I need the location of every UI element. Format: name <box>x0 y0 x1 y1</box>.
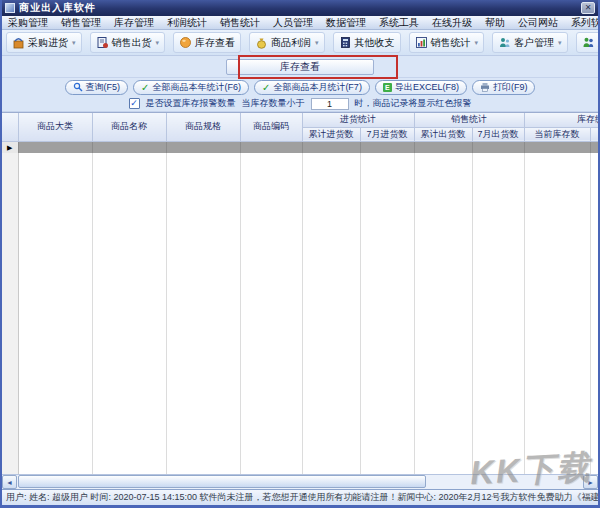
scrollbar-thumb[interactable] <box>18 475 426 488</box>
menu-help[interactable]: 帮助 <box>485 16 505 30</box>
col-header-total-purchased[interactable]: 累计进货数 <box>302 127 360 141</box>
excel-icon: E <box>383 83 392 92</box>
window-title: 商业出入库软件 <box>19 1 96 15</box>
menu-data-mgmt[interactable]: 数据管理 <box>326 16 366 30</box>
title-bar: 商业出入库软件 ✕ <box>2 0 598 16</box>
check-icon: ✓ <box>141 82 149 93</box>
col-header-category[interactable]: 商品大类 <box>18 113 92 141</box>
menu-product-series[interactable]: 系列软件产品 <box>571 16 600 30</box>
search-icon <box>73 82 83 92</box>
sales-stats-icon <box>415 36 428 49</box>
menu-company-site[interactable]: 公司网站 <box>518 16 558 30</box>
checkbox-check-icon: ✓ <box>130 99 138 108</box>
toolbar-button-label: 商品利润 <box>271 36 311 50</box>
alarm-checkbox-label: 是否设置库存报警数量 <box>146 97 236 110</box>
scroll-right-icon[interactable]: ► <box>583 475 598 489</box>
stock-alarm-row: ✓ 是否设置库存报警数量 当库存数量小于 时，商品记录将显示红色报警 <box>2 96 598 112</box>
toolbar-sales-stats-button[interactable]: 销售统计 ▾ <box>409 32 485 53</box>
chevron-down-icon[interactable]: ▾ <box>475 39 479 47</box>
toolbar-sales-out-button[interactable]: 销售出货 ▾ <box>90 32 166 53</box>
print-button-label: 打印(F9) <box>493 81 528 94</box>
toolbar-customer-button[interactable]: 客户管理 ▾ <box>492 32 568 53</box>
app-icon <box>5 3 15 13</box>
query-button-label: 查询(F5) <box>86 81 121 94</box>
check-icon: ✓ <box>262 82 270 93</box>
menu-stock-mgmt[interactable]: 库存管理 <box>114 16 154 30</box>
menu-profit-stats[interactable]: 利润统计 <box>167 16 207 30</box>
col-header-july-shipped[interactable]: 7月出货数 <box>472 127 524 141</box>
other-income-icon <box>339 36 352 49</box>
toolbar-other-income-button[interactable]: 其他收支 <box>333 32 401 53</box>
purchase-in-icon <box>12 36 25 49</box>
group-header-purchase-stats: 进货统计 <box>302 113 414 127</box>
toolbar-staff-button[interactable]: 员工管理 <box>576 32 600 53</box>
all-year-stats-label: 全部商品本年统计(F6) <box>152 81 241 94</box>
toolbar-button-label: 销售出货 <box>112 36 152 50</box>
action-button-row: 查询(F5) ✓ 全部商品本年统计(F6) ✓ 全部商品本月统计(F7) E 导… <box>2 78 598 96</box>
menu-online-upgrade[interactable]: 在线升级 <box>432 16 472 30</box>
group-header-sales-stats: 销售统计 <box>414 113 524 127</box>
close-icon[interactable]: ✕ <box>581 2 595 14</box>
col-header-code[interactable]: 商品编码 <box>240 113 302 141</box>
sales-out-icon <box>96 36 109 49</box>
menu-bar: 采购管理 销售管理 库存管理 利润统计 销售统计 人员管理 数据管理 系统工具 … <box>2 16 598 30</box>
stock-view-icon <box>179 36 192 49</box>
main-toolbar: 采购进货 ▾ 销售出货 ▾ 库存查看 商品利润 ▾ 其他收支 销售统计 ▾ <box>2 30 598 56</box>
row-selector-header <box>2 113 18 141</box>
all-year-stats-button[interactable]: ✓ 全部商品本年统计(F6) <box>133 80 249 95</box>
menu-sales-mgmt[interactable]: 销售管理 <box>61 16 101 30</box>
view-caption-strip: 库存查看 <box>2 56 598 78</box>
status-text: 用户: 姓名: 超级用户 时间: 2020-07-15 14:15:00 软件尚… <box>6 491 598 504</box>
col-header-spec[interactable]: 商品规格 <box>166 113 240 141</box>
alarm-threshold-input[interactable] <box>311 98 349 110</box>
profit-icon <box>255 36 268 49</box>
app-window: 商业出入库软件 ✕ 采购管理 销售管理 库存管理 利润统计 销售统计 人员管理 … <box>0 0 600 508</box>
toolbar-stock-view-button[interactable]: 库存查看 <box>173 32 241 53</box>
chevron-down-icon[interactable]: ▾ <box>156 39 160 47</box>
view-caption: 库存查看 <box>226 59 374 75</box>
all-month-stats-button[interactable]: ✓ 全部商品本月统计(F7) <box>254 80 370 95</box>
empty-grid-area <box>2 153 598 475</box>
col-header-july-purchased[interactable]: 7月进货数 <box>360 127 414 141</box>
toolbar-button-label: 库存查看 <box>195 36 235 50</box>
group-header-stock-stats: 库存统计 <box>524 113 598 127</box>
row-marker-icon: ▶ <box>2 141 18 153</box>
all-month-stats-label: 全部商品本月统计(F7) <box>273 81 362 94</box>
export-excel-label: 导出EXCEL(F8) <box>395 81 459 94</box>
alarm-checkbox[interactable]: ✓ <box>129 98 140 109</box>
printer-icon <box>480 82 490 92</box>
alarm-suffix-label: 时，商品记录将显示红色报警 <box>355 97 472 110</box>
toolbar-button-label: 采购进货 <box>28 36 68 50</box>
status-bar: 用户: 姓名: 超级用户 时间: 2020-07-15 14:15:00 软件尚… <box>2 489 598 505</box>
col-header-name[interactable]: 商品名称 <box>92 113 166 141</box>
menu-purchase-mgmt[interactable]: 采购管理 <box>8 16 48 30</box>
toolbar-button-label: 客户管理 <box>514 36 554 50</box>
scrollbar-track[interactable] <box>17 475 583 489</box>
staff-icon <box>582 36 595 49</box>
menu-personnel-mgmt[interactable]: 人员管理 <box>273 16 313 30</box>
selected-empty-row[interactable]: ▶ <box>2 141 598 153</box>
view-caption-label: 库存查看 <box>280 60 320 74</box>
print-button[interactable]: 打印(F9) <box>472 80 536 95</box>
col-header-current-stock[interactable]: 当前库存数 <box>524 127 590 141</box>
inventory-grid: 商品大类 商品名称 商品规格 商品编码 进货统计 销售统计 库存统计 累计进货数… <box>2 112 598 474</box>
menu-sales-stats[interactable]: 销售统计 <box>220 16 260 30</box>
export-excel-button[interactable]: E 导出EXCEL(F8) <box>375 80 467 95</box>
alarm-mid-label: 当库存数量小于 <box>242 97 305 110</box>
query-button[interactable]: 查询(F5) <box>65 80 129 95</box>
horizontal-scrollbar[interactable]: ◄ ► <box>2 474 598 489</box>
menu-system-tools[interactable]: 系统工具 <box>379 16 419 30</box>
chevron-down-icon[interactable]: ▾ <box>315 39 319 47</box>
toolbar-button-label: 其他收支 <box>355 36 395 50</box>
chevron-down-icon[interactable]: ▾ <box>72 39 76 47</box>
customer-icon <box>498 36 511 49</box>
scroll-left-icon[interactable]: ◄ <box>2 475 17 489</box>
toolbar-purchase-in-button[interactable]: 采购进货 ▾ <box>6 32 82 53</box>
toolbar-profit-button[interactable]: 商品利润 ▾ <box>249 32 325 53</box>
chevron-down-icon[interactable]: ▾ <box>558 39 562 47</box>
toolbar-button-label: 销售统计 <box>431 36 471 50</box>
col-header-total-shipped[interactable]: 累计出货数 <box>414 127 472 141</box>
col-header-july-stock[interactable]: 7月库存数 <box>590 127 598 141</box>
